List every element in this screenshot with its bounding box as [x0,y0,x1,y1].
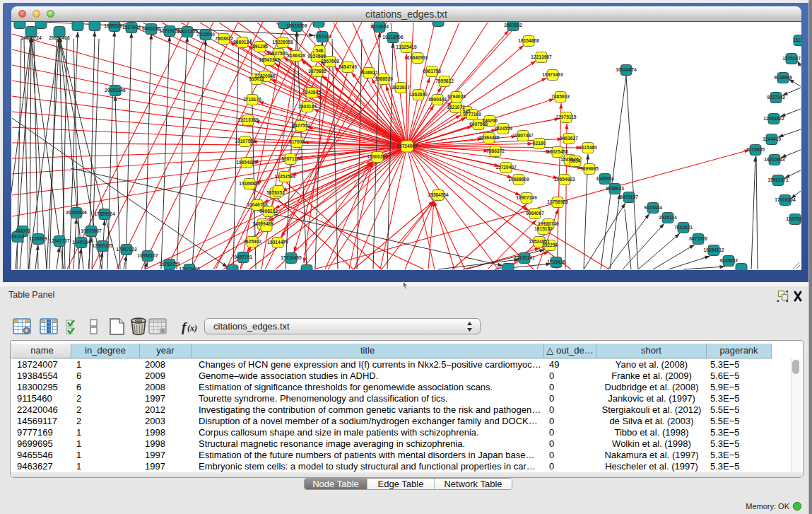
svg-text:8938923: 8938923 [606,186,624,191]
svg-text:1362640: 1362640 [409,92,428,97]
svg-text:1244419: 1244419 [763,136,781,141]
svg-text:9129966: 9129966 [774,75,792,80]
svg-text:8471676: 8471676 [689,236,707,241]
svg-text:16033809: 16033809 [286,23,307,28]
svg-text:8186328: 8186328 [287,53,305,58]
svg-text:1145194: 1145194 [72,240,90,245]
svg-text:18724007: 18724007 [396,144,418,148]
svg-text:(x): (x) [187,323,197,333]
svg-text:1733426: 1733426 [547,259,565,264]
svg-text:10543342: 10543342 [259,57,280,62]
svg-text:10958107: 10958107 [137,253,158,258]
svg-text:817004: 817004 [289,139,305,144]
svg-text:9242845: 9242845 [302,90,321,95]
svg-text:7485003: 7485003 [551,94,570,99]
svg-text:19654925: 19654925 [236,160,257,165]
svg-text:5498222: 5498222 [259,209,278,214]
svg-text:3824554: 3824554 [494,126,512,131]
svg-text:8990448: 8990448 [428,97,447,102]
svg-text:9146821: 9146821 [360,70,378,75]
svg-text:6497568: 6497568 [469,122,488,127]
svg-text:16782759: 16782759 [159,262,180,267]
svg-text:12093822: 12093822 [763,116,784,121]
svg-text:8427552: 8427552 [292,123,310,128]
svg-text:7857224: 7857224 [313,34,331,39]
svg-text:20691406: 20691406 [49,35,70,40]
svg-text:10120746: 10120746 [538,221,559,226]
svg-text:2935114: 2935114 [659,215,677,220]
svg-text:10107554: 10107554 [235,139,256,144]
svg-text:7886372: 7886372 [486,148,505,153]
svg-text:10973493: 10973493 [542,72,563,77]
svg-text:20206536: 20206536 [66,210,87,215]
svg-text:1615152: 1615152 [534,226,553,231]
svg-text:6479197: 6479197 [620,194,638,199]
svg-text:435061: 435061 [15,228,30,233]
svg-text:16671355: 16671355 [177,29,198,34]
svg-text:546: 546 [315,48,323,53]
svg-text:17016504: 17016504 [775,197,796,202]
svg-text:12213967: 12213967 [531,54,552,59]
svg-text:8215955: 8215955 [746,147,765,152]
svg-text:10025458: 10025458 [547,149,568,154]
svg-text:3822037: 3822037 [392,85,410,90]
svg-text:17359924: 17359924 [94,211,115,216]
svg-text:1640954: 1640954 [596,176,614,181]
svg-text:19654923: 19654923 [554,177,575,182]
svg-text:13325419: 13325419 [396,45,417,49]
svg-text:1527602: 1527602 [122,25,141,30]
svg-text:2367608: 2367608 [321,59,339,64]
svg-text:1575107: 1575107 [782,56,801,61]
svg-text:19218506: 19218506 [382,35,404,40]
svg-text:939011: 939011 [249,76,264,81]
svg-text:1156829: 1156829 [29,236,47,241]
svg-text:10807487: 10807487 [512,133,534,138]
svg-text:9245652: 9245652 [719,258,738,263]
svg-text:2087682: 2087682 [504,23,522,28]
svg-text:2803144: 2803144 [298,104,317,109]
svg-text:2718176: 2718176 [243,97,261,102]
svg-text:8813054: 8813054 [370,24,389,29]
svg-text:9699695: 9699695 [580,166,599,171]
svg-text:9474444: 9474444 [644,205,662,210]
svg-text:14136141: 14136141 [514,255,535,260]
svg-text:3875685: 3875685 [308,69,326,74]
svg-text:7955812: 7955812 [435,78,454,83]
svg-text:10644874: 10644874 [616,67,637,72]
svg-text:252254: 252254 [542,243,558,247]
svg-text:12975115: 12975115 [556,115,577,119]
svg-text:9604: 9604 [570,158,581,163]
svg-text:20364436: 20364436 [478,135,500,140]
svg-text:15692971: 15692971 [767,177,789,182]
svg-text:12213389: 12213389 [237,117,259,122]
svg-text:15716485: 15716485 [281,255,302,260]
svg-text:5878352: 5878352 [266,190,285,195]
svg-text:9227342: 9227342 [767,95,785,100]
svg-text:10756928: 10756928 [547,199,568,204]
svg-text:17957223: 17957223 [116,247,137,252]
svg-text:f: f [182,320,187,334]
svg-text:10046788: 10046788 [247,202,268,207]
svg-text:6794028: 6794028 [447,94,466,99]
svg-text:8660124: 8660124 [233,40,252,45]
svg-text:11123: 11123 [793,37,801,42]
svg-text:9327500: 9327500 [269,51,288,56]
svg-text:14055724: 14055724 [20,35,42,40]
svg-text:12505135: 12505135 [92,243,113,248]
svg-text:6961758: 6961758 [423,69,441,74]
svg-text:12342737: 12342737 [49,238,70,243]
svg-text:16210643: 16210643 [764,157,785,162]
svg-text:10654112: 10654112 [704,247,724,252]
svg-text:7632621: 7632621 [674,225,693,230]
svg-text:12023446: 12023446 [179,267,200,270]
svg-text:29053346: 29053346 [105,88,126,93]
svg-text:14099489: 14099489 [252,221,273,226]
svg-text:16914479: 16914479 [267,240,288,245]
svg-text:7625402: 7625402 [243,239,261,244]
svg-text:9457791: 9457791 [234,255,252,259]
svg-text:62160: 62160 [533,141,546,146]
svg-text:9084067: 9084067 [526,211,544,216]
svg-text:16640910: 16640910 [407,55,428,60]
svg-text:18907249: 18907249 [516,195,537,200]
svg-text:891295: 891295 [252,44,268,49]
